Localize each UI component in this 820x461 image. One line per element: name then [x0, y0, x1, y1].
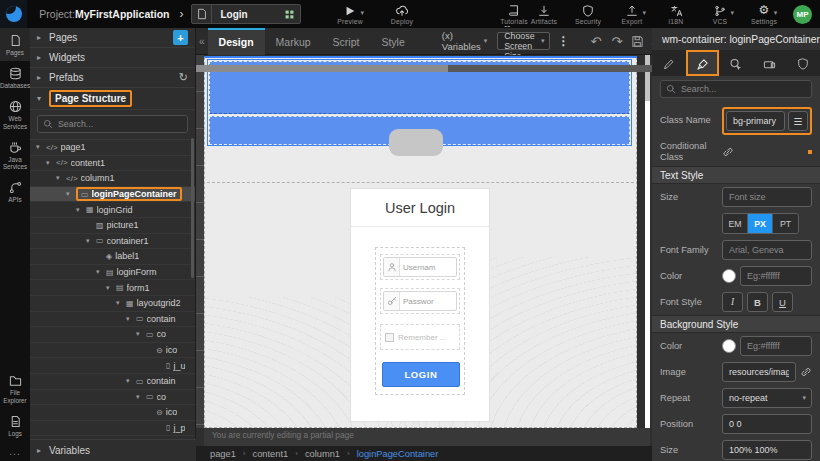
tree-item-icon[interactable]: ⊖ico [30, 405, 195, 421]
breadcrumb-page1[interactable]: page1 [210, 449, 236, 459]
rail-item-pages[interactable]: Pages [0, 28, 30, 61]
class-name-input[interactable] [726, 111, 785, 131]
save-button[interactable] [627, 35, 648, 48]
add-page-button[interactable]: + [173, 30, 188, 45]
bold-button[interactable]: B [747, 292, 768, 312]
panel-scrollbar[interactable] [191, 138, 194, 278]
tab-design[interactable]: Design [208, 28, 265, 55]
redo-button[interactable]: ↷ [606, 34, 627, 49]
tab-markup[interactable]: Markup [265, 28, 322, 55]
rail-item-web-services[interactable]: Web Services [0, 94, 30, 134]
tree-item-container[interactable]: ▾▭contain [30, 312, 195, 328]
username-field-row[interactable]: Usernam [380, 254, 460, 280]
tree-item-container[interactable]: ▾▭co [30, 327, 195, 343]
password-field-row[interactable]: Passwor [380, 288, 460, 314]
underline-button[interactable]: U [772, 292, 793, 312]
tree-item-picture1[interactable]: ▨picture1 [30, 218, 195, 234]
bind-link-icon[interactable] [722, 146, 734, 158]
screen-size-select[interactable]: -- Choose Screen Size -- ▾ [497, 32, 549, 50]
page-tab-login[interactable]: Login [191, 4, 301, 24]
refresh-icon[interactable]: ↻ [179, 71, 188, 84]
login-card[interactable]: User Login Usernam [351, 189, 489, 421]
remember-me-row[interactable]: Remember ... [380, 324, 460, 350]
tree-item-container[interactable]: ▾▭contain [30, 374, 195, 390]
grid-view-icon[interactable] [278, 5, 300, 23]
tree-item-loginGrid[interactable]: ▾▦loginGrid [30, 202, 195, 218]
text-color-input[interactable] [740, 266, 812, 286]
tree-item-input[interactable]: ▯j_p [30, 421, 195, 437]
rail-item-apis[interactable]: APIs [0, 175, 30, 208]
i18n-button[interactable]: i18N [661, 4, 691, 25]
section-widgets[interactable]: ▸ Widgets [30, 48, 195, 68]
export-button[interactable]: ▾ Export [617, 4, 647, 25]
canvas-vertical-scrollbar[interactable] [645, 55, 650, 428]
collapse-left-icon[interactable]: « [196, 36, 208, 47]
preview-button[interactable]: ▾ Preview [335, 4, 365, 25]
canvas-horizontal-scrollbar[interactable] [196, 65, 652, 72]
section-pages[interactable]: ▸ Pages + [30, 28, 195, 48]
color-swatch[interactable] [722, 339, 736, 353]
properties-search-input[interactable]: Search... [660, 80, 812, 98]
unit-px-button[interactable]: PX [748, 214, 773, 233]
section-prefabs[interactable]: ▸ Prefabs ↻ [30, 68, 195, 88]
italic-button[interactable]: I [722, 292, 743, 312]
breadcrumb-content1[interactable]: content1 [253, 449, 289, 459]
bind-link-icon[interactable] [800, 366, 812, 378]
username-placeholder[interactable]: Usernam [400, 263, 456, 272]
section-variables[interactable]: ▸ Variables [30, 439, 196, 461]
tree-search-input[interactable]: Search... [37, 115, 188, 133]
tab-device[interactable] [753, 50, 787, 76]
vcs-button[interactable]: ▾ VCS [705, 4, 735, 25]
tree-item-container[interactable]: ▾▭co [30, 390, 195, 406]
tab-style[interactable]: Style [370, 28, 415, 55]
more-menu-icon[interactable]: ⋮ [558, 34, 570, 48]
bg-image-input[interactable] [722, 362, 796, 382]
tree-item-layoutgrid2[interactable]: ▾▦layoutgrid2 [30, 296, 195, 312]
rail-item-java-services[interactable]: Java Services [0, 135, 30, 175]
settings-button[interactable]: ⚙▾ Settings [749, 4, 779, 25]
bg-repeat-select[interactable]: no-repeat ▾ [722, 388, 812, 408]
tree-item-input[interactable]: ▯j_u [30, 358, 195, 374]
security-button[interactable]: Security [573, 4, 603, 25]
picture-placeholder[interactable] [389, 129, 443, 156]
unit-pt-button[interactable]: PT [773, 214, 798, 233]
font-size-input[interactable] [722, 187, 812, 207]
class-list-button[interactable]: ☰ [788, 111, 808, 131]
design-page[interactable]: User Login Usernam [204, 57, 637, 428]
tab-properties[interactable] [652, 50, 686, 76]
tree-item-icon[interactable]: ⊖ico [30, 343, 195, 359]
section-page-structure[interactable]: ▾ Page Structure [30, 88, 195, 110]
tab-security[interactable] [786, 50, 820, 76]
tab-events[interactable] [719, 50, 753, 76]
variables-dropdown[interactable]: (x) Variables ▾ [442, 30, 487, 52]
tree-item-container1[interactable]: ▾▭container1 [30, 234, 195, 250]
tree-item-loginPageContainer[interactable]: ▾▭loginPageContainer [30, 187, 195, 203]
more-options-icon[interactable]: ... [0, 442, 30, 461]
tab-styles[interactable] [686, 50, 720, 76]
login-button[interactable]: LOGIN [382, 362, 460, 387]
tab-script[interactable]: Script [322, 28, 371, 55]
undo-button[interactable]: ↶ [586, 34, 607, 49]
font-family-input[interactable] [722, 240, 812, 260]
remember-checkbox[interactable] [385, 333, 394, 342]
password-placeholder[interactable]: Passwor [400, 297, 456, 306]
bg-color-input[interactable] [740, 336, 812, 356]
breadcrumb-column1[interactable]: column1 [305, 449, 340, 459]
tree-item-loginForm[interactable]: ▾▤loginForm [30, 265, 195, 281]
tree-item-form1[interactable]: ▾▤form1 [30, 280, 195, 296]
tree-item-label1[interactable]: ◈label1 [30, 249, 195, 265]
bg-position-input[interactable] [722, 414, 812, 434]
color-swatch[interactable] [722, 269, 736, 283]
rail-item-logs[interactable]: Logs [0, 409, 30, 442]
tree-item-content1[interactable]: ▾</>content1 [30, 156, 195, 172]
deploy-button[interactable]: Deploy [387, 4, 417, 25]
breadcrumb-loginPageContainer[interactable]: loginPageContainer [357, 449, 439, 459]
bg-size-input[interactable] [722, 440, 812, 460]
login-form[interactable]: Usernam Passwor [375, 247, 465, 395]
rail-item-file-explorer[interactable]: File Explorer [0, 368, 30, 408]
user-avatar[interactable]: MP [793, 5, 812, 24]
tree-item-page1[interactable]: ▾</>page1 [30, 140, 195, 156]
tree-item-column1[interactable]: ▾</>column1 [30, 171, 195, 187]
app-logo[interactable] [0, 0, 27, 28]
unit-em-button[interactable]: EM [723, 214, 748, 233]
